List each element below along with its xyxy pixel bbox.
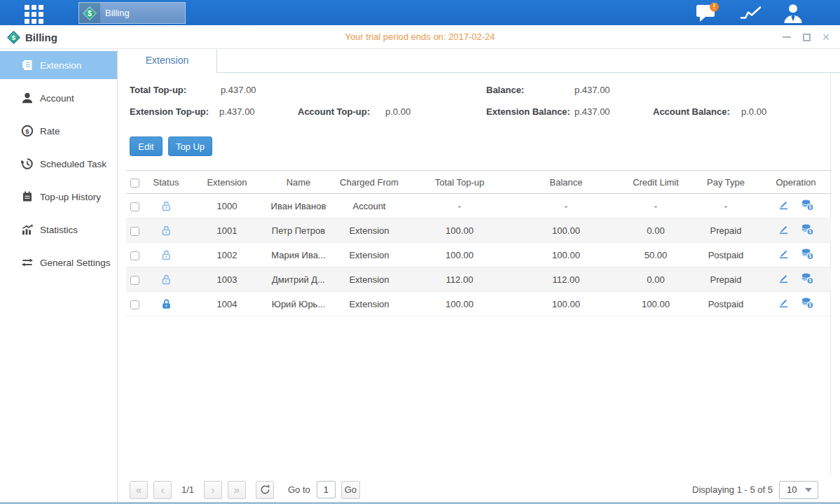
edit-operation-button[interactable] <box>778 272 790 284</box>
goto-label: Go to <box>288 484 310 495</box>
go-button[interactable]: Go <box>341 481 360 499</box>
close-button[interactable]: × <box>820 31 832 43</box>
displaying-label: Displaying 1 - 5 of 5 <box>692 484 773 495</box>
cell-pay-type: Postpaid <box>691 243 761 267</box>
locked-icon <box>160 298 172 310</box>
prev-page-button[interactable]: ‹ <box>153 481 172 499</box>
refresh-icon <box>260 484 270 495</box>
apps-grid-icon[interactable] <box>25 5 43 24</box>
svg-text:$: $ <box>809 253 812 259</box>
sidebar: ExtensionAccount$RateScheduled TaskTop-u… <box>0 49 118 502</box>
user-menu-button[interactable] <box>778 2 808 23</box>
messages-button[interactable]: ! <box>692 2 723 23</box>
balance-value: p.437.00 <box>574 85 610 95</box>
table-row: 1004Юрий Юрь...Extension100.00100.00100.… <box>126 292 831 316</box>
row-checkbox[interactable] <box>130 300 139 309</box>
topup-operation-button[interactable]: $ <box>801 223 814 235</box>
edit-operation-button[interactable] <box>778 248 790 260</box>
column-header-charged-from: Charged From <box>331 171 408 194</box>
svg-text:$: $ <box>809 204 812 210</box>
cell-extension: 1004 <box>188 292 266 316</box>
cell-name: Петр Петров <box>266 218 331 243</box>
unlocked-icon <box>160 225 172 237</box>
pagination-bar: « ‹ 1/1 › » Go to Go <box>130 480 366 499</box>
next-page-button[interactable]: › <box>204 481 222 499</box>
page-size-select[interactable]: 10 <box>779 481 818 499</box>
cell-name: Мария Ива... <box>266 243 331 267</box>
pagination-right: Displaying 1 - 5 of 5 10 <box>692 480 818 499</box>
column-header-extension: Extension <box>188 171 266 194</box>
sidebar-item-statistics[interactable]: Statistics <box>0 216 117 244</box>
svg-text:$: $ <box>88 9 92 17</box>
sidebar-item-top-up-history[interactable]: Top-up History <box>0 183 117 211</box>
cell-balance: 100.00 <box>511 243 621 267</box>
row-checkbox[interactable] <box>130 227 139 236</box>
topup-operation-button[interactable]: $ <box>801 297 814 309</box>
sidebar-item-label: General Settings <box>40 258 111 268</box>
line-chart-icon <box>740 4 762 22</box>
column-header-name: Name <box>266 171 331 194</box>
sidebar-item-general-settings[interactable]: General Settings <box>0 248 117 276</box>
edit-operation-button[interactable] <box>778 297 790 309</box>
row-checkbox[interactable] <box>130 276 139 285</box>
table-body: 1000Иван ИвановAccount----$1001Петр Петр… <box>126 194 831 316</box>
column-header-balance: Balance <box>511 171 621 194</box>
tab-extension[interactable]: Extension <box>118 49 217 73</box>
last-page-button[interactable]: » <box>228 481 246 499</box>
refresh-button[interactable] <box>256 481 274 499</box>
maximize-button[interactable] <box>801 31 812 43</box>
column-header-total-top-up: Total Top-up <box>408 171 511 194</box>
topup-operation-button[interactable]: $ <box>801 248 814 260</box>
column-header-operation: Operation <box>761 171 831 194</box>
total-topup-value: p.437.00 <box>221 85 256 95</box>
cell-total-topup: 112.00 <box>408 267 511 292</box>
sidebar-item-rate[interactable]: $Rate <box>0 117 117 145</box>
desktop-topbar: $ Billing ! <box>0 0 840 25</box>
taskbar-item-label: Billing <box>105 8 130 18</box>
sidebar-item-label: Scheduled Task <box>40 159 106 169</box>
svg-text:!: ! <box>713 3 715 10</box>
billing-app-icon: $ <box>79 3 100 23</box>
first-page-button[interactable]: « <box>130 481 148 499</box>
edit-operation-button[interactable] <box>778 199 790 211</box>
sidebar-item-label: Account <box>40 93 74 104</box>
topup-history-icon <box>21 190 34 203</box>
row-checkbox[interactable] <box>130 251 139 260</box>
row-checkbox[interactable] <box>130 202 139 211</box>
cell-balance: 100.00 <box>511 292 621 316</box>
reports-button[interactable] <box>736 2 766 23</box>
extension-balance-value: p.437.00 <box>574 106 610 117</box>
cell-pay-type: - <box>691 194 761 218</box>
svg-text:$: $ <box>809 302 812 308</box>
window-titlebar: Your trial period ends on: 2017-02-24 $ … <box>0 25 840 49</box>
svg-text:$: $ <box>809 278 812 284</box>
account-balance-label: Account Balance: <box>653 106 730 117</box>
edit-button[interactable]: Edit <box>130 136 163 156</box>
goto-page-input[interactable] <box>317 481 336 498</box>
topup-operation-button[interactable]: $ <box>801 199 814 211</box>
total-topup-label: Total Top-up: <box>130 85 186 95</box>
taskbar-item-billing[interactable]: $ Billing <box>78 2 186 24</box>
cell-balance: - <box>511 194 621 218</box>
cell-pay-type: Postpaid <box>691 292 761 316</box>
unlocked-icon <box>160 200 172 212</box>
sidebar-item-account[interactable]: Account <box>0 84 117 112</box>
extension-topup-value: p.437.00 <box>219 106 255 117</box>
page-size-value: 10 <box>780 484 805 495</box>
edit-operation-button[interactable] <box>778 223 790 235</box>
statistics-icon <box>21 223 34 236</box>
extension-topup-label: Extension Top-up: <box>130 106 209 117</box>
chevron-down-icon <box>805 488 812 492</box>
table-row: 1002Мария Ива...Extension100.00100.0050.… <box>126 243 831 267</box>
topup-button[interactable]: Top Up <box>168 136 212 156</box>
topup-operation-button[interactable]: $ <box>801 272 814 284</box>
sidebar-item-scheduled-task[interactable]: Scheduled Task <box>0 150 117 178</box>
extension-icon <box>21 59 34 71</box>
table-row: 1000Иван ИвановAccount----$ <box>126 194 831 218</box>
cell-charged-from: Extension <box>331 292 408 316</box>
select-all-checkbox[interactable] <box>130 178 139 188</box>
sidebar-item-extension[interactable]: Extension <box>0 51 117 79</box>
cell-pay-type: Prepaid <box>691 218 761 243</box>
minimize-button[interactable] <box>781 31 792 43</box>
unlocked-icon <box>160 274 172 286</box>
